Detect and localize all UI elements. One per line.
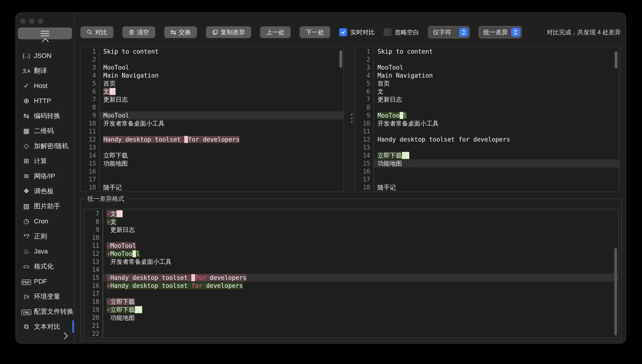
panel-splitter[interactable]: [350, 114, 354, 122]
line-content: 更新日志: [100, 96, 344, 104]
line-number: 17: [81, 176, 100, 184]
line-content: 更新日志: [374, 96, 619, 104]
code-line: 5首页: [355, 80, 619, 88]
sidebar-item-cron[interactable]: ◷Cron: [16, 214, 74, 229]
line-number: 19: [84, 306, 103, 314]
code-line: 17: [355, 176, 619, 184]
code-line: 16: [81, 168, 344, 176]
sidebar-item-env[interactable]: ƒx环境变量: [16, 289, 74, 304]
line-content: [103, 266, 618, 274]
diff-granularity-select[interactable]: 仅字符: [428, 26, 470, 38]
line-number: 13: [355, 144, 374, 152]
copy-diff-button[interactable]: 复制差异: [206, 26, 251, 38]
code-line: 13: [355, 144, 619, 152]
line-number: 8: [355, 104, 374, 112]
format-icon: ▭: [21, 263, 32, 270]
compare-button[interactable]: 对比: [81, 26, 113, 38]
line-number: 5: [355, 80, 374, 88]
window-controls: [20, 18, 43, 24]
unified-scrollbar[interactable]: [614, 248, 617, 336]
line-number: 8: [81, 104, 100, 112]
line-content: [374, 176, 619, 184]
select-stepper-icon: [511, 28, 520, 37]
trash-icon: [129, 29, 135, 35]
sidebar-item-qrcode[interactable]: ▦二维码: [16, 124, 74, 138]
minimize-button[interactable]: [29, 18, 34, 24]
line-number: 15: [84, 274, 103, 282]
line-number: 10: [355, 120, 374, 128]
line-number: 14: [355, 152, 374, 160]
left-editor[interactable]: 1Skip to content23MooTool4Main Navigatio…: [81, 46, 344, 192]
code-line: 17: [84, 290, 618, 298]
line-number: 15: [81, 160, 100, 168]
line-number: 13: [84, 258, 103, 266]
ignore-whitespace-checkbox[interactable]: 忽略空白: [384, 28, 419, 36]
code-line: 14: [84, 266, 618, 274]
code-line: 12Handy desktop toolset for developers: [355, 136, 619, 144]
close-button[interactable]: [20, 18, 26, 24]
line-number: 12: [84, 250, 103, 258]
translate-icon: 文A: [21, 68, 32, 73]
sidebar-item-regex[interactable]: *?正则: [16, 229, 74, 244]
code-line: 14立即下载: [81, 152, 344, 160]
sidebar-item-pdf[interactable]: PDFPDF: [16, 274, 74, 289]
code-line: 18随手记: [355, 184, 619, 192]
sidebar-item-host[interactable]: ✓Host: [16, 78, 74, 93]
encode-icon: ⇆: [21, 112, 32, 120]
line-number: 14: [81, 152, 100, 160]
sidebar-item-format[interactable]: ▭格式化: [16, 259, 74, 274]
env-icon: ƒx: [21, 294, 32, 299]
sidebar-item-label: 配置文件转换: [34, 307, 73, 316]
sidebar-item-image[interactable]: ▧图片助手: [16, 199, 74, 214]
qrcode-icon: ▦: [21, 128, 32, 134]
line-content: MooTool: [100, 112, 344, 120]
sidebar-item-translate[interactable]: 文A翻译: [16, 63, 74, 78]
code-line: 7更新日志: [355, 96, 619, 104]
sidebar-item-label: 图片助手: [34, 202, 60, 211]
right-editor[interactable]: 1Skip to content23MooTool4Main Navigatio…: [355, 46, 620, 192]
sidebar-item-textdiff[interactable]: ⧉文本对比: [16, 319, 74, 334]
realtime-compare-checkbox[interactable]: 实时对比: [339, 28, 375, 36]
sidebar-item-palette[interactable]: ❖调色板: [16, 184, 74, 199]
sidebar-item-encode[interactable]: ⇆编码转换: [16, 108, 74, 124]
sidebar-item-http[interactable]: ⊕HTTP: [16, 93, 74, 108]
line-content: [374, 168, 619, 176]
right-editor-scrollbar[interactable]: [615, 51, 617, 69]
zoom-button[interactable]: [38, 18, 43, 24]
sidebar-item-java[interactable]: ♨Java: [16, 244, 74, 259]
line-number: 16: [355, 168, 374, 176]
line-content: 开发者常备桌面小工具: [103, 258, 618, 266]
prev-diff-button[interactable]: 上一处: [260, 26, 291, 38]
sidebar-item-network[interactable]: ≋网络/IP: [16, 168, 74, 184]
line-content: -立即下载: [103, 298, 618, 306]
tool-nav: {‥}JSON文A翻译✓Host⊕HTTP⇆编码转换▦二维码◇加解密/随机⊞计算…: [16, 48, 74, 334]
clear-button[interactable]: 清空: [122, 26, 155, 38]
network-icon: ≋: [21, 172, 32, 180]
line-content: 更新日志: [103, 226, 618, 234]
code-line: 7更新日志: [81, 96, 344, 104]
line-content: 首页: [374, 80, 619, 88]
line-number: 17: [355, 176, 374, 184]
line-content: [374, 128, 619, 136]
next-diff-button[interactable]: 下一处: [299, 26, 330, 38]
line-content: -MooTool: [103, 242, 618, 250]
line-content: +文: [103, 218, 618, 226]
unified-diff-panel: 统一差异格式 7-文档8+文9 更新日志1011-MooTool12+MooTo…: [81, 198, 622, 341]
sidebar-item-crypto[interactable]: ◇加解密/随机: [16, 138, 74, 154]
code-line: 7-文档: [84, 210, 618, 218]
swap-button[interactable]: ⇆ 交换: [164, 26, 197, 38]
line-content: 文档: [100, 88, 344, 96]
unified-diff-editor[interactable]: 7-文档8+文9 更新日志1011-MooTool12+MooToool13 开…: [84, 209, 619, 338]
diff-format-select[interactable]: 统一差异: [479, 26, 522, 38]
line-number: 11: [84, 242, 103, 250]
scroll-up-icon[interactable]: [42, 38, 49, 46]
left-editor-scrollbar[interactable]: [339, 50, 342, 68]
line-number: 3: [355, 64, 374, 72]
line-content: 功能地图: [103, 314, 618, 322]
sidebar-item-label: Host: [34, 82, 48, 90]
sidebar-item-json[interactable]: {‥}JSON: [16, 48, 74, 63]
sidebar-toggle-button[interactable]: [18, 28, 72, 39]
sidebar-item-calc[interactable]: ⊞计算: [16, 154, 74, 168]
sidebar-item-config[interactable]: YML配置文件转换: [16, 304, 74, 319]
code-line: 4Main Navigation: [355, 72, 619, 80]
